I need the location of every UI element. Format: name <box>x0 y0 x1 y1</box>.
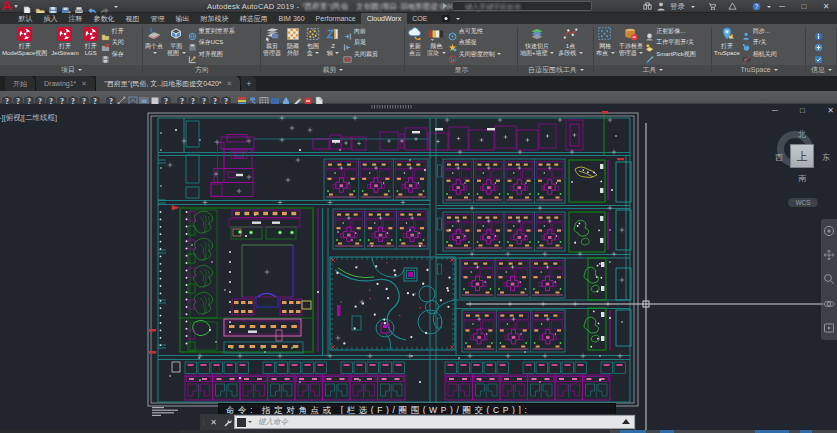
toolbar-qm-button-7[interactable]: ? <box>79 92 89 102</box>
qat-redo-button[interactable] <box>100 2 110 12</box>
ribbon-tab-附加模块[interactable]: 附加模块 <box>195 13 234 24</box>
logo-dropdown-caret[interactable] <box>14 5 18 8</box>
ribbon-button-重置到世界系[interactable]: 重置到世界系 <box>188 26 235 37</box>
qat-plot-button[interactable] <box>74 2 84 12</box>
toolbar-qm-button-5[interactable]: ? <box>57 92 67 102</box>
toolbar-qm-button-1[interactable]: ? <box>13 92 23 102</box>
ribbon-button-开/关[interactable]: 开/关 <box>742 38 777 49</box>
command-input-field[interactable]: 键入命令 <box>234 415 635 429</box>
viewcube-top-face[interactable]: 上 <box>790 144 814 168</box>
file-tab-Drawing1*[interactable]: Drawing1*✕ <box>36 76 96 91</box>
panel-label-工具[interactable]: 工具 <box>594 65 712 75</box>
toolbar-qm-button-17[interactable]: ? <box>177 92 187 102</box>
fencebox-icon[interactable] <box>305 26 321 42</box>
toolbar-qm-button-21[interactable]: ? <box>221 92 231 102</box>
search-binoculars-icon[interactable] <box>643 2 652 11</box>
ribbon-button-对齐视图[interactable]: 对齐视图 <box>188 49 235 60</box>
toolbar-t-blue-button-12[interactable] <box>128 92 138 102</box>
qat-dropdown-caret[interactable] <box>114 6 118 8</box>
ribbon-button-两个点[interactable]: 两个点 <box>143 24 165 58</box>
autocad-logo-icon[interactable] <box>1 0 13 11</box>
pin-icon[interactable] <box>719 26 735 42</box>
leica-icon[interactable] <box>17 26 33 42</box>
command-expand-arrow[interactable] <box>622 419 630 424</box>
ribbon-button-更新点云[interactable]: 更新点云 <box>405 24 425 58</box>
ribbon-button-info1[interactable] <box>814 26 825 37</box>
cart-icon[interactable] <box>708 2 717 11</box>
search-arrow-icon[interactable] <box>443 3 447 9</box>
toolbar-t-pen-button-28[interactable] <box>292 92 302 102</box>
help-icon[interactable]: ? <box>752 2 761 11</box>
ribbon-button-Z轴[interactable]: Z轴 <box>323 24 343 58</box>
panel-label-方向[interactable]: 方向 <box>143 65 261 75</box>
ribbon-button-正射影像...[interactable]: 正射影像... <box>645 26 695 37</box>
ribbon-button-info2[interactable] <box>814 38 825 49</box>
command-recent-caret[interactable] <box>248 421 252 423</box>
toolbar-qm-button-3[interactable]: ? <box>35 92 45 102</box>
panel-label-信息[interactable]: 信息 <box>806 65 837 75</box>
qat-open-file-button[interactable] <box>35 2 45 12</box>
leica-icon[interactable] <box>83 26 99 42</box>
ribbon-tab-注释[interactable]: 注释 <box>63 13 88 24</box>
ribbon-button-关闭密度控制[interactable]: 关闭密度控制 <box>448 49 502 60</box>
twopoints-icon[interactable] <box>146 26 162 42</box>
qat-undo-button[interactable] <box>87 2 97 12</box>
toolbar-t-sq-button-14[interactable] <box>150 92 160 102</box>
toolbar-qm-button-10[interactable]: ? <box>106 92 116 102</box>
command-customize-icon[interactable] <box>220 413 234 431</box>
panel-label-显示[interactable]: 显示 <box>405 65 518 75</box>
viewcube-east-label[interactable]: 东 <box>822 152 830 163</box>
ribbon-button-包围盒[interactable]: 包围盒 <box>303 24 323 58</box>
slice-icon[interactable] <box>529 26 545 42</box>
ribbon-tab-COE[interactable]: COE <box>407 13 433 24</box>
ribbon-button-干涉检查管理器[interactable]: 干涉检查管理器 <box>617 24 646 58</box>
viewcube-south-label[interactable]: 南 <box>798 173 806 184</box>
toolbar-qm-button-20[interactable]: ? <box>210 92 220 102</box>
closeclip-icon[interactable] <box>343 55 352 64</box>
ribbon-button-打开TruSpace[interactable]: 打开TruSpace <box>712 24 742 58</box>
ribbon-button-工作平面开/关[interactable]: 工作平面开/关 <box>645 38 695 49</box>
ribbon-button-关闭[interactable]: 关闭 <box>101 38 124 49</box>
panel-label-裁剪[interactable]: 裁剪 <box>261 65 405 75</box>
doc-close-button[interactable]: ✕ <box>827 106 834 115</box>
smartpick-icon[interactable] <box>645 55 654 64</box>
nav-pan-icon[interactable] <box>823 249 835 261</box>
ribbon-button-点可见性[interactable]: 点可见性 <box>448 26 502 37</box>
nav-showmotion-icon[interactable] <box>823 322 835 334</box>
save-sm-icon[interactable] <box>101 55 110 64</box>
toolbar-t-dim-button-11[interactable] <box>117 92 127 102</box>
command-icon[interactable] <box>237 418 246 427</box>
ribbon-button-同步...[interactable]: 同步... <box>742 26 777 37</box>
gridpts-icon[interactable] <box>597 26 613 42</box>
qat-save-as-button[interactable] <box>61 2 71 12</box>
toolbar-qm-button-19[interactable]: ? <box>199 92 209 102</box>
file-tab-active[interactable]: "西府里"(民俗, 文..旧地形图提交0420*✕ <box>96 76 241 91</box>
viewcube-north-label[interactable]: 北 <box>798 129 806 140</box>
ribbon-tab-BIM 360[interactable]: BIM 360 <box>273 13 310 24</box>
planeview-icon[interactable] <box>168 26 184 42</box>
viewcube[interactable]: 北 西 上 东 南 WCS <box>771 124 837 214</box>
ribbon-button-点捕捉[interactable]: 点捕捉 <box>448 38 502 49</box>
ribbon-tab-插入[interactable]: 插入 <box>38 13 63 24</box>
viewcube-wcs-menu[interactable]: WCS <box>788 198 818 207</box>
close-button[interactable]: ✕ <box>815 0 837 12</box>
viewcube-west-label[interactable]: 西 <box>775 152 783 163</box>
panel-label-TruSpace[interactable]: TruSpace <box>712 65 806 75</box>
toolbar-t-grid-button-25[interactable] <box>259 92 269 102</box>
colorbar-icon[interactable] <box>428 26 444 42</box>
toolbar-t-rect-button-26[interactable] <box>270 92 280 102</box>
doc-minimize-button[interactable]: ─ <box>772 106 778 115</box>
toolbar-qm-button-8[interactable]: ? <box>90 92 100 102</box>
qat-save-button[interactable] <box>48 2 58 12</box>
record-macro-icon[interactable] <box>437 13 466 24</box>
ribbon-button-快速切片地面+墙壁[interactable]: 快速切片地面+墙壁 <box>518 24 556 58</box>
command-dock-grip[interactable]: ⋮ <box>200 420 207 425</box>
ribbon-button-info3[interactable] <box>814 49 825 60</box>
ribbon-button-保存[interactable]: 保存 <box>101 49 124 60</box>
ribbon-button-相机关闭[interactable]: 相机关闭 <box>742 49 777 60</box>
ribbon-button-后退[interactable]: 后退 <box>343 38 378 49</box>
infocenter-search-input[interactable]: 键入关键字或短语 <box>452 1 592 11</box>
ribbon-button-保存UCS[interactable]: 保存UCS <box>188 38 235 49</box>
ribbon-tab-默认[interactable]: 默认 <box>13 13 38 24</box>
toolbar-t-paint-button-24[interactable] <box>248 92 258 102</box>
